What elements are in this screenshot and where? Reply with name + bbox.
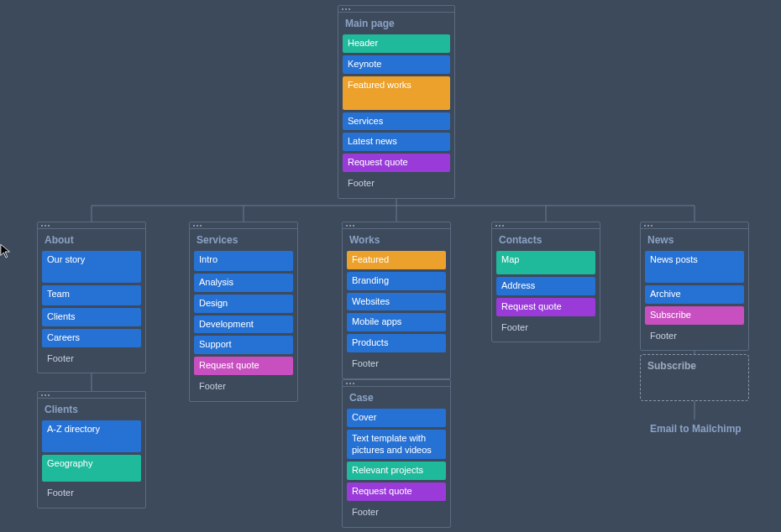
card-body: Our storyTeamClientsCareersFooter <box>38 251 145 373</box>
card-body: MapAddressRequest quoteFooter <box>492 251 600 342</box>
card-title: Main page <box>338 13 454 34</box>
section-block[interactable]: Request quote <box>347 482 446 501</box>
section-block[interactable]: Support <box>194 336 293 354</box>
section-block[interactable]: Team <box>42 285 141 305</box>
card-body: HeaderKeynoteFeatured worksServicesLates… <box>338 34 454 198</box>
sitemap-card-services[interactable]: Services IntroAnalysisDesignDevelopmentS… <box>189 222 298 402</box>
section-block[interactable]: Clients <box>42 308 141 326</box>
section-block[interactable]: Analysis <box>194 274 293 292</box>
section-block: Footer <box>645 327 744 346</box>
section-block[interactable]: Text template with pictures and videos <box>347 430 446 460</box>
cursor-icon <box>0 243 12 260</box>
sitemap-card-news[interactable]: News News postsArchiveSubscribeFooter <box>640 222 749 351</box>
section-block[interactable]: Geography <box>42 455 141 482</box>
card-body: News postsArchiveSubscribeFooter <box>641 251 748 350</box>
card-title: News <box>641 229 748 251</box>
drag-handle[interactable] <box>492 222 600 229</box>
section-block[interactable]: Intro <box>194 251 293 271</box>
sitemap-card-about[interactable]: About Our storyTeamClientsCareersFooter <box>37 222 146 373</box>
section-block: Footer <box>42 350 141 368</box>
sitemap-card-main-page[interactable]: Main page HeaderKeynoteFeatured worksSer… <box>338 5 455 199</box>
sitemap-card-case[interactable]: Case CoverText template with pictures an… <box>342 379 451 528</box>
section-block[interactable]: Cover <box>347 409 446 427</box>
section-block[interactable]: Map <box>496 251 595 274</box>
section-block[interactable]: Request quote <box>496 298 595 316</box>
card-title: Case <box>343 387 450 409</box>
drag-handle[interactable] <box>343 380 450 387</box>
sitemap-card-subscribe[interactable]: Subscribe <box>640 354 749 401</box>
section-block[interactable]: Development <box>194 316 293 334</box>
section-block[interactable]: Request quote <box>343 154 450 172</box>
section-block: Footer <box>343 175 450 193</box>
section-block: Footer <box>194 378 293 396</box>
sitemap-card-clients[interactable]: Clients A-Z directoryGeographyFooter <box>37 391 146 509</box>
card-body: IntroAnalysisDesignDevelopmentSupportReq… <box>190 251 297 401</box>
section-block[interactable]: A-Z directory <box>42 420 141 452</box>
drag-handle[interactable] <box>343 222 450 229</box>
section-block[interactable]: News posts <box>645 251 744 283</box>
card-title: Subscribe <box>641 355 748 377</box>
section-block[interactable]: Subscribe <box>645 306 744 325</box>
section-block[interactable]: Latest news <box>343 133 450 151</box>
card-title: Services <box>190 229 297 251</box>
card-title: Contacts <box>492 229 600 251</box>
section-block[interactable]: Websites <box>347 293 446 311</box>
sitemap-card-contacts[interactable]: Contacts MapAddressRequest quoteFooter <box>491 222 600 342</box>
card-title: Works <box>343 229 450 251</box>
section-block[interactable]: Address <box>496 277 595 295</box>
section-block[interactable]: Relevant projects <box>347 462 446 480</box>
section-block[interactable]: Header <box>343 34 450 53</box>
sitemap-card-works[interactable]: Works FeaturedBrandingWebsitesMobile app… <box>342 222 451 379</box>
section-block: Footer <box>347 503 446 522</box>
section-block: Footer <box>347 355 446 373</box>
card-body: FeaturedBrandingWebsitesMobile appsProdu… <box>343 251 450 378</box>
drag-handle[interactable] <box>338 6 454 13</box>
card-title: Clients <box>38 399 145 420</box>
section-block[interactable]: Featured works <box>343 76 450 110</box>
card-body: CoverText template with pictures and vid… <box>343 409 450 527</box>
section-block: Footer <box>42 484 141 503</box>
section-block[interactable]: Services <box>343 112 450 131</box>
section-block[interactable]: Branding <box>347 272 446 290</box>
drag-handle[interactable] <box>641 222 748 229</box>
section-block[interactable]: Products <box>347 334 446 352</box>
external-note: Email to Mailchimp <box>650 423 742 435</box>
card-body: A-Z directoryGeographyFooter <box>38 420 145 508</box>
card-title: About <box>38 229 145 251</box>
section-block[interactable]: Request quote <box>194 357 293 375</box>
section-block[interactable]: Design <box>194 295 293 313</box>
section-block[interactable]: Our story <box>42 251 141 283</box>
section-block[interactable]: Careers <box>42 329 141 347</box>
section-block[interactable]: Archive <box>645 285 744 304</box>
drag-handle[interactable] <box>38 392 145 399</box>
drag-handle[interactable] <box>190 222 297 229</box>
drag-handle[interactable] <box>38 222 145 229</box>
section-block[interactable]: Mobile apps <box>347 313 446 331</box>
section-block[interactable]: Keynote <box>343 55 450 74</box>
section-block[interactable]: Featured <box>347 251 446 269</box>
section-block: Footer <box>496 319 595 337</box>
